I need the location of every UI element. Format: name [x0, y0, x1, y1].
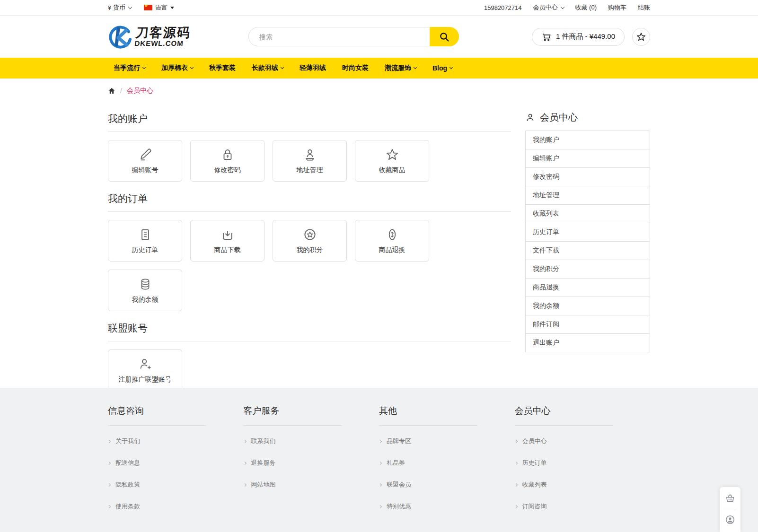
account-circle-icon[interactable] [725, 515, 735, 525]
nav-item-light-down[interactable]: 轻薄羽绒 [300, 64, 326, 72]
topbar-cart[interactable]: 购物车 [608, 3, 626, 12]
chevron-right-icon [514, 483, 517, 486]
wishlist-button[interactable] [632, 28, 650, 46]
chevron-down-icon [281, 66, 284, 69]
divider [108, 341, 511, 341]
card-balance[interactable]: 我的余额 [108, 270, 182, 311]
footer-col-extras: 其他 品牌专区 礼品券 联盟会员 特别优惠 [379, 405, 515, 524]
star-icon [385, 148, 399, 162]
footer-link-newsletter[interactable]: 订阅咨询 [515, 502, 651, 511]
divider [723, 509, 737, 509]
breadcrumb-current[interactable]: 会员中心 [127, 87, 153, 95]
chevron-right-icon [379, 483, 382, 486]
lock-icon [220, 148, 235, 162]
footer-link-wishlist[interactable]: 收藏列表 [515, 480, 651, 489]
nav-item-womens-fashion[interactable]: 时尚女装 [342, 64, 369, 72]
card-reward-points[interactable]: 我的积分 [273, 220, 347, 262]
footer-link-order-history[interactable]: 历史订单 [515, 459, 651, 467]
language-label: 语言 [155, 3, 167, 12]
nav-item-trend-apparel[interactable]: 潮流服饰 [385, 64, 416, 72]
chevron-right-icon [379, 505, 382, 508]
chevron-down-icon [190, 66, 194, 69]
footer-link-sitemap[interactable]: 网站地图 [244, 480, 379, 489]
card-returns[interactable]: 商品退换 [355, 220, 429, 262]
footer-link-brands[interactable]: 品牌专区 [379, 437, 515, 445]
footer-col-account: 会员中心 会员中心 历史订单 收藏列表 订阅咨询 [515, 405, 651, 524]
sidebar-item-edit-account[interactable]: 编辑账户 [526, 149, 650, 167]
footer-link-returns[interactable]: 退换服务 [244, 459, 379, 467]
cart-icon [541, 32, 552, 42]
footer-link-privacy[interactable]: 隐私政策 [108, 480, 244, 489]
card-downloads[interactable]: 商品下载 [190, 220, 264, 262]
section-title-my-account: 我的账户 [108, 112, 511, 125]
nav-item-seasonal[interactable]: 当季流行 [114, 64, 145, 72]
nav-item-autumn-sets[interactable]: 秋季套装 [209, 64, 236, 72]
footer-link-delivery[interactable]: 配送信息 [108, 459, 244, 467]
chevron-right-icon [243, 439, 246, 443]
chevron-right-icon [243, 461, 246, 464]
footer-link-gift-vouchers[interactable]: 礼品券 [379, 459, 515, 467]
sidebar-menu: 我的账户 编辑账户 修改密码 地址管理 收藏列表 历史订单 文件下载 我的积分 … [525, 131, 650, 352]
home-icon[interactable] [108, 87, 115, 95]
cart-summary-button[interactable]: 1 件商品 - ¥449.00 [532, 28, 625, 46]
header: 刀客源码 DKEWL.COM [0, 16, 758, 58]
breadcrumb: / 会员中心 [108, 87, 650, 95]
sidebar-title: 会员中心 [525, 111, 650, 124]
chevron-right-icon [379, 461, 382, 464]
sidebar-item-wishlist[interactable]: 收藏列表 [526, 204, 650, 223]
card-wishlist[interactable]: 收藏商品 [355, 140, 429, 182]
site-logo[interactable]: 刀客源码 DKEWL.COM [108, 25, 190, 49]
card-change-password[interactable]: 修改密码 [190, 140, 264, 182]
breadcrumb-separator: / [120, 87, 122, 95]
footer-link-affiliate[interactable]: 联盟会员 [379, 480, 515, 489]
sidebar-item-logout[interactable]: 退出账户 [526, 333, 650, 352]
footer-col-service: 客户服务 联系我们 退换服务 网站地图 [244, 405, 379, 524]
sidebar-item-balance[interactable]: 我的余额 [526, 297, 650, 315]
currency-selector[interactable]: ¥ 货币 [108, 3, 132, 12]
logo-mark-icon [108, 25, 133, 49]
search-bar [248, 27, 459, 46]
chevron-right-icon [107, 461, 111, 464]
language-selector[interactable]: ★ 语言 [144, 3, 174, 12]
nav-item-padded-coats[interactable]: 加厚棉衣 [161, 64, 193, 72]
sidebar-item-my-account[interactable]: 我的账户 [526, 131, 650, 149]
nav-item-blog[interactable]: Blog [432, 64, 452, 72]
divider [379, 425, 477, 426]
chevron-right-icon [379, 439, 382, 443]
chevron-down-icon [128, 5, 132, 9]
page: ¥ 货币 ★ 语言 15982072714 会员中心 收藏 (0) 购物车 结账 [0, 0, 758, 532]
sidebar-item-order-history[interactable]: 历史订单 [526, 223, 650, 241]
basket-icon[interactable] [725, 493, 735, 504]
floating-quick-panel [720, 487, 740, 532]
card-order-history[interactable]: 历史订单 [108, 220, 182, 262]
main-nav: 当季流行 加厚棉衣 秋季套装 长款羽绒 轻薄羽绒 时尚女装 潮流服饰 Blog [0, 58, 758, 78]
nav-item-long-down[interactable]: 长款羽绒 [252, 64, 283, 72]
sidebar-item-returns[interactable]: 商品退换 [526, 278, 650, 297]
person-plus-icon [138, 357, 152, 371]
currency-symbol: ¥ [108, 4, 111, 11]
person-icon [525, 113, 535, 122]
footer-link-terms[interactable]: 使用条款 [108, 502, 244, 511]
sidebar-item-password[interactable]: 修改密码 [526, 167, 650, 186]
topbar-member-center[interactable]: 会员中心 [533, 3, 564, 12]
sidebar-item-reward-points[interactable]: 我的积分 [526, 260, 650, 278]
footer-link-about[interactable]: 关于我们 [108, 437, 244, 445]
card-edit-account[interactable]: 编辑账号 [108, 140, 182, 182]
currency-label: 货币 [113, 3, 125, 12]
person-pin-icon [303, 148, 317, 162]
coins-icon [138, 277, 152, 291]
sidebar-item-address[interactable]: 地址管理 [526, 186, 650, 204]
card-affiliate-register[interactable]: 注册推广联盟账号 [108, 349, 182, 391]
sidebar-item-newsletter[interactable]: 邮件订阅 [526, 315, 650, 333]
footer-link-member-center[interactable]: 会员中心 [515, 437, 651, 445]
footer-link-contact[interactable]: 联系我们 [244, 437, 379, 445]
download-icon [220, 227, 235, 242]
search-button[interactable] [430, 27, 459, 46]
topbar-wishlist[interactable]: 收藏 (0) [575, 3, 597, 12]
search-input[interactable] [248, 27, 459, 46]
footer-link-specials[interactable]: 特别优惠 [379, 502, 515, 511]
sidebar-item-downloads[interactable]: 文件下载 [526, 241, 650, 260]
section-title-affiliate: 联盟账号 [108, 322, 511, 335]
card-address-book[interactable]: 地址管理 [273, 140, 347, 182]
topbar-checkout[interactable]: 结账 [638, 3, 650, 12]
